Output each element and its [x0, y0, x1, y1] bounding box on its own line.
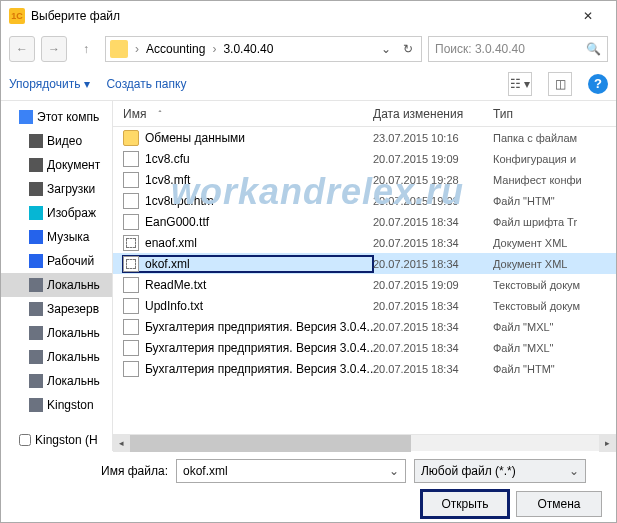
- sidebar-item-label: Рабочий: [47, 254, 94, 268]
- file-row[interactable]: 1cv8.cfu20.07.2015 19:09Конфигурация и: [113, 148, 616, 169]
- file-row[interactable]: Бухгалтерия предприятия. Версия 3.0.4...…: [113, 316, 616, 337]
- sidebar-item-label: Kingston (H: [35, 433, 98, 447]
- breadcrumb-item[interactable]: 3.0.40.40: [221, 42, 275, 56]
- organize-button[interactable]: Упорядочить ▾: [9, 77, 90, 91]
- help-button[interactable]: ?: [588, 74, 608, 94]
- address-bar[interactable]: › Accounting › 3.0.40.40 ⌄ ↻: [105, 36, 422, 62]
- open-button[interactable]: Открыть: [422, 491, 508, 517]
- file-row[interactable]: 1cv8.mft20.07.2015 19:28Манифест конфи: [113, 169, 616, 190]
- file-date: 20.07.2015 19:09: [373, 153, 493, 165]
- file-name: 1cv8.cfu: [145, 152, 190, 166]
- mxl-icon: [123, 319, 139, 335]
- file-type: Файл "HTM": [493, 195, 616, 207]
- view-mode-button[interactable]: ☷ ▾: [508, 72, 532, 96]
- file-type: Файл шрифта Tr: [493, 216, 616, 228]
- toolbar: Упорядочить ▾ Создать папку ☷ ▾ ◫ ?: [1, 67, 616, 101]
- file-row[interactable]: Бухгалтерия предприятия. Версия 3.0.4...…: [113, 337, 616, 358]
- filename-value: okof.xml: [183, 464, 389, 478]
- column-headers: Имя ˆ Дата изменения Тип: [113, 101, 616, 127]
- sidebar-item[interactable]: Локальнь: [1, 345, 112, 369]
- sidebar-item[interactable]: Локальнь: [1, 369, 112, 393]
- sidebar-item[interactable]: Локальнь: [1, 321, 112, 345]
- scroll-left-button[interactable]: ◂: [113, 435, 130, 452]
- sidebar-item[interactable]: Локальнь: [1, 273, 112, 297]
- breadcrumb-item[interactable]: Accounting: [144, 42, 207, 56]
- file-date: 20.07.2015 18:34: [373, 258, 493, 270]
- file-name: ReadMe.txt: [145, 278, 206, 292]
- nav-forward-button[interactable]: →: [41, 36, 67, 62]
- nav-up-button[interactable]: ↑: [73, 36, 99, 62]
- chevron-right-icon: ›: [132, 42, 142, 56]
- search-input[interactable]: Поиск: 3.0.40.40 🔍: [428, 36, 608, 62]
- file-date: 20.07.2015 19:09: [373, 195, 493, 207]
- close-button[interactable]: ✕: [568, 1, 608, 31]
- checkbox[interactable]: [19, 434, 31, 446]
- file-row[interactable]: Бухгалтерия предприятия. Версия 3.0.4...…: [113, 358, 616, 379]
- file-date: 20.07.2015 18:34: [373, 216, 493, 228]
- column-label: Имя: [123, 107, 146, 121]
- nav-bar: ← → ↑ › Accounting › 3.0.40.40 ⌄ ↻ Поиск…: [1, 31, 616, 67]
- folder-icon: [123, 130, 139, 146]
- sidebar-item[interactable]: Kingston: [1, 393, 112, 417]
- sidebar-item[interactable]: Загрузки: [1, 177, 112, 201]
- sidebar-item-label: Локальнь: [47, 374, 100, 388]
- file-date: 20.07.2015 18:34: [373, 321, 493, 333]
- filename-input[interactable]: okof.xml ⌄: [176, 459, 406, 483]
- xml-icon: [123, 256, 139, 272]
- refresh-icon[interactable]: ↻: [399, 42, 417, 56]
- sidebar-item[interactable]: Видео: [1, 129, 112, 153]
- cfg-icon: [123, 151, 139, 167]
- file-date: 20.07.2015 18:34: [373, 363, 493, 375]
- sidebar-item[interactable]: Зарезерв: [1, 297, 112, 321]
- chevron-down-icon[interactable]: ⌄: [377, 42, 395, 56]
- preview-pane-button[interactable]: ◫: [548, 72, 572, 96]
- scroll-thumb[interactable]: [130, 435, 411, 452]
- column-type-header[interactable]: Тип: [493, 107, 616, 121]
- file-row[interactable]: okof.xml20.07.2015 18:34Документ XML: [113, 253, 616, 274]
- sidebar-item[interactable]: Музыка: [1, 225, 112, 249]
- file-type: Конфигурация и: [493, 153, 616, 165]
- img-icon: [29, 206, 43, 220]
- scroll-track[interactable]: [130, 435, 599, 452]
- file-date: 23.07.2015 10:16: [373, 132, 493, 144]
- footer-sidebar-item[interactable]: Kingston (H: [1, 427, 112, 447]
- chevron-down-icon[interactable]: ⌄: [569, 464, 579, 478]
- chevron-down-icon[interactable]: ⌄: [389, 464, 399, 478]
- file-name: enaof.xml: [145, 236, 197, 250]
- sidebar-item-label: Загрузки: [47, 182, 95, 196]
- file-row[interactable]: UpdInfo.txt20.07.2015 18:34Текстовый док…: [113, 295, 616, 316]
- txt-icon: [123, 277, 139, 293]
- file-row[interactable]: 1cv8upd.htm20.07.2015 19:09Файл "HTM": [113, 190, 616, 211]
- sidebar-item[interactable]: Документ: [1, 153, 112, 177]
- search-icon: 🔍: [586, 42, 601, 56]
- xml-icon: [123, 235, 139, 251]
- file-row[interactable]: EanG000.ttf20.07.2015 18:34Файл шрифта T…: [113, 211, 616, 232]
- docs-icon: [29, 158, 43, 172]
- file-type: Файл "MXL": [493, 342, 616, 354]
- nav-back-button[interactable]: ←: [9, 36, 35, 62]
- column-date-header[interactable]: Дата изменения: [373, 107, 493, 121]
- sidebar-item-label: Зарезерв: [47, 302, 99, 316]
- sidebar-item[interactable]: Рабочий: [1, 249, 112, 273]
- scroll-right-button[interactable]: ▸: [599, 435, 616, 452]
- sidebar-item-label: Изображ: [47, 206, 96, 220]
- search-placeholder: Поиск: 3.0.40.40: [435, 42, 525, 56]
- file-name: okof.xml: [145, 257, 190, 271]
- column-name-header[interactable]: Имя ˆ: [123, 107, 373, 121]
- chevron-right-icon: ›: [209, 42, 219, 56]
- sidebar-item[interactable]: Изображ: [1, 201, 112, 225]
- horizontal-scrollbar[interactable]: ◂ ▸: [113, 434, 616, 451]
- sidebar-item[interactable]: Этот компь: [1, 105, 112, 129]
- file-row[interactable]: ReadMe.txt20.07.2015 19:09Текстовый доку…: [113, 274, 616, 295]
- filetype-select[interactable]: Любой файл (*.*) ⌄: [414, 459, 586, 483]
- file-name: 1cv8upd.htm: [145, 194, 214, 208]
- sidebar-item-label: Документ: [47, 158, 100, 172]
- file-type: Файл "MXL": [493, 321, 616, 333]
- window-title: Выберите файл: [31, 9, 568, 23]
- file-row[interactable]: Обмены данными23.07.2015 10:16Папка с фа…: [113, 127, 616, 148]
- file-row[interactable]: enaof.xml20.07.2015 18:34Документ XML: [113, 232, 616, 253]
- file-type: Манифест конфи: [493, 174, 616, 186]
- titlebar: 1C Выберите файл ✕: [1, 1, 616, 31]
- new-folder-button[interactable]: Создать папку: [106, 77, 186, 91]
- cancel-button[interactable]: Отмена: [516, 491, 602, 517]
